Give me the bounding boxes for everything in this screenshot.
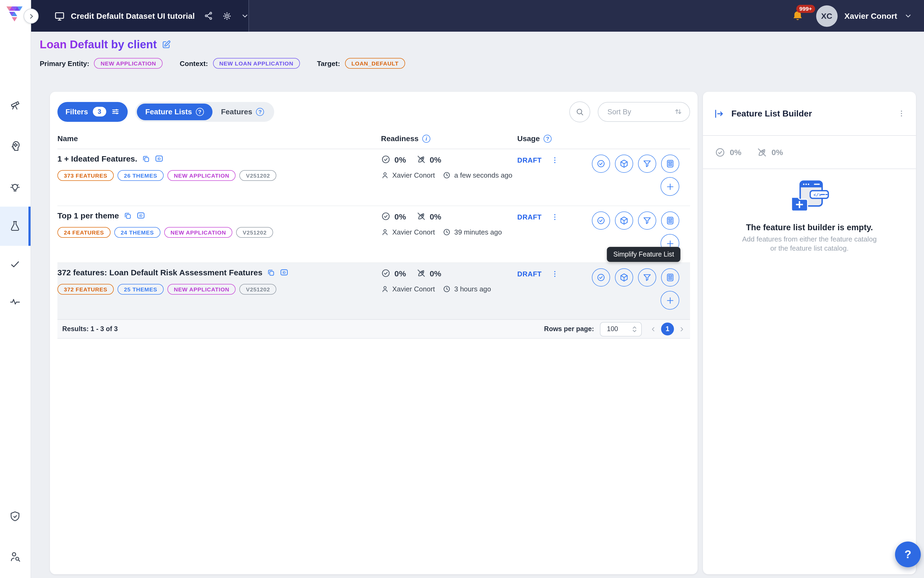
- feature-lists-card: Filters 3 Feature Lists ? Features ?: [50, 92, 697, 574]
- context-label: Context:: [180, 59, 208, 67]
- sidebar-item-activity[interactable]: [9, 296, 21, 307]
- cube-button[interactable]: [615, 268, 633, 287]
- clock-icon: [443, 285, 451, 293]
- svg-text:ID: ID: [139, 214, 142, 218]
- filter-funnel-button[interactable]: [638, 268, 656, 287]
- copy-name-icon[interactable]: [142, 154, 150, 163]
- sidebar-item-experiment[interactable]: [9, 220, 21, 232]
- builder-menu-icon[interactable]: [898, 109, 905, 118]
- readiness-badge-button[interactable]: [592, 268, 610, 287]
- feature-lists-help-icon[interactable]: ?: [196, 107, 204, 116]
- id-badge-icon[interactable]: ID: [154, 154, 164, 163]
- owner-name: Xavier Conort: [392, 285, 435, 293]
- updated-time: 3 hours ago: [454, 285, 491, 293]
- empty-state-title: The feature list builder is empty.: [718, 223, 901, 232]
- add-to-builder-button[interactable]: [661, 291, 679, 310]
- empty-builder-illustration: </>: [789, 179, 830, 214]
- rows-per-page-input[interactable]: [606, 325, 631, 333]
- rocket-slash-icon: [416, 211, 426, 221]
- sidebar-item-lightbulb[interactable]: [9, 182, 21, 194]
- table-row[interactable]: 1 + Ideated Features. ID 373 FEATURES 26…: [57, 149, 690, 206]
- rocket-slash-icon: [416, 268, 426, 278]
- readiness-info-icon[interactable]: i: [422, 135, 430, 143]
- row-menu-icon[interactable]: [551, 213, 558, 222]
- monitor-icon: [54, 10, 65, 21]
- entity-pill: NEW APPLICATION: [167, 284, 236, 295]
- project-title: Credit Default Dataset UI tutorial: [71, 11, 195, 20]
- filter-funnel-button[interactable]: [638, 211, 656, 230]
- column-header-usage: Usage ?: [517, 134, 551, 143]
- deployed-percent: 0%: [430, 212, 441, 221]
- sidebar-item-approvals[interactable]: [9, 258, 21, 270]
- sort-by-control: [598, 102, 690, 122]
- copy-name-icon[interactable]: [267, 268, 275, 277]
- user-menu-chevron-icon[interactable]: [904, 12, 912, 20]
- empty-state-subtitle: Add features from either the feature cat…: [718, 235, 901, 253]
- row-menu-icon[interactable]: [551, 270, 558, 279]
- table-row[interactable]: Top 1 per theme ID 24 FEATURES 24 THEMES…: [57, 206, 690, 263]
- table-footer: Results: 1 - 3 of 3 Rows per page: 1: [57, 319, 690, 339]
- calculator-button[interactable]: [661, 268, 679, 287]
- app-logo[interactable]: [5, 5, 25, 23]
- readiness-badge-button[interactable]: [592, 211, 610, 230]
- entity-meta-row: Primary Entity: NEW APPLICATION Context:…: [40, 58, 405, 69]
- check-circle-icon: [381, 268, 391, 278]
- help-button[interactable]: ?: [895, 542, 921, 567]
- topbar: Credit Default Dataset UI tutorial 999+ …: [31, 0, 924, 32]
- tab-features[interactable]: Features ?: [212, 103, 273, 120]
- avatar[interactable]: XC: [816, 5, 837, 26]
- entity-pill: NEW APPLICATION: [167, 170, 236, 181]
- svg-text:ID: ID: [157, 157, 161, 161]
- prev-page-button[interactable]: [650, 325, 657, 333]
- status-badge: DRAFT: [517, 270, 542, 278]
- filters-button[interactable]: Filters 3: [57, 102, 127, 122]
- search-button[interactable]: [569, 101, 590, 122]
- current-page-button[interactable]: 1: [661, 323, 674, 335]
- filter-funnel-button[interactable]: [638, 154, 656, 173]
- target-pill: LOAN_DEFAULT: [345, 58, 405, 69]
- table-header: Name Readiness i Usage ?: [57, 132, 690, 149]
- sidebar-item-telescope[interactable]: [9, 99, 21, 110]
- project-selector[interactable]: Credit Default Dataset UI tutorial: [31, 0, 249, 32]
- sidebar-item-shield[interactable]: [9, 510, 21, 522]
- readiness-badge-button[interactable]: [592, 154, 610, 173]
- context-pill: NEW LOAN APPLICATION: [213, 58, 300, 69]
- copy-name-icon[interactable]: [123, 211, 132, 220]
- add-to-builder-button[interactable]: [661, 177, 679, 196]
- id-badge-icon[interactable]: ID: [280, 268, 289, 277]
- version-pill: V251202: [236, 227, 273, 238]
- cube-button[interactable]: [615, 211, 633, 230]
- feature-lists-table: Name Readiness i Usage ? 1 + Ideated Fea…: [57, 132, 690, 339]
- share-icon[interactable]: [204, 11, 213, 20]
- check-circle-icon: [381, 154, 391, 164]
- sort-arrows-icon: [673, 107, 683, 116]
- calculator-button[interactable]: [661, 154, 679, 173]
- sidebar-item-brainstorm[interactable]: [9, 140, 21, 152]
- sidebar-item-user-search[interactable]: [9, 550, 21, 562]
- check-circle-icon: [715, 147, 725, 157]
- usage-help-icon[interactable]: ?: [543, 135, 551, 143]
- notifications-button[interactable]: 999+: [791, 10, 804, 22]
- feature-list-name: 1 + Ideated Features.: [57, 154, 137, 163]
- features-help-icon[interactable]: ?: [256, 107, 264, 116]
- row-menu-icon[interactable]: [551, 156, 558, 165]
- cube-button[interactable]: [615, 154, 633, 173]
- tooltip-simplify-feature-list: Simplify Feature List: [607, 247, 681, 262]
- topbar-right: 999+ XC Xavier Conort: [791, 5, 924, 26]
- sidebar: [0, 0, 31, 578]
- calculator-button[interactable]: [661, 211, 679, 230]
- tab-feature-lists[interactable]: Feature Lists ?: [136, 103, 212, 120]
- next-page-button[interactable]: [678, 325, 685, 333]
- tab-features-label: Features: [221, 107, 253, 116]
- chevron-down-icon[interactable]: [241, 12, 249, 20]
- builder-panel-icon: [714, 108, 725, 119]
- rows-per-page-select[interactable]: [600, 322, 642, 336]
- table-row[interactable]: 372 features: Loan Default Risk Assessme…: [57, 263, 690, 319]
- page-title: Loan Default by client: [40, 37, 157, 52]
- id-badge-icon[interactable]: ID: [136, 211, 146, 220]
- results-count: Results: 1 - 3 of 3: [62, 325, 118, 333]
- sidebar-collapse-button[interactable]: [24, 8, 39, 24]
- sidebar-active-bar: [28, 207, 31, 246]
- edit-title-icon[interactable]: [162, 40, 171, 49]
- gear-icon[interactable]: [222, 11, 232, 21]
